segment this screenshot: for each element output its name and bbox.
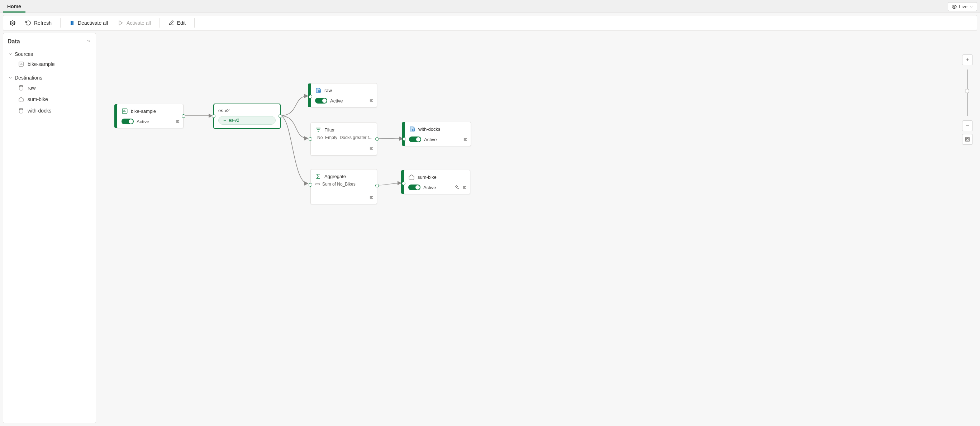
node-aggregate[interactable]: Aggregate Sum of No_Bikes: [310, 169, 377, 204]
toggle-active[interactable]: [408, 184, 420, 190]
list-icon: [369, 195, 374, 200]
edit-icon: [169, 20, 174, 26]
tab-bar: Home Live: [0, 0, 980, 13]
chevron-down-icon: [8, 52, 13, 56]
live-label: Live: [959, 4, 967, 9]
svg-rect-2: [71, 21, 72, 24]
database-icon: [315, 87, 321, 94]
destination-item-raw[interactable]: raw: [17, 82, 91, 94]
svg-marker-4: [119, 21, 122, 25]
chevron-down-icon: [970, 5, 973, 9]
more-menu[interactable]: [462, 185, 467, 191]
destinations-section-header[interactable]: Destinations: [8, 73, 91, 82]
canvas-controls: [962, 54, 973, 148]
minus-icon: [965, 123, 970, 128]
svg-point-0: [953, 6, 955, 8]
lakehouse-icon: [408, 174, 415, 180]
toggle-active[interactable]: [121, 119, 134, 124]
toggle-active[interactable]: [315, 98, 327, 103]
database-icon: [18, 108, 24, 114]
eye-icon: [952, 4, 957, 9]
toolbar: Refresh Deactivate all Activate all Edit: [3, 15, 977, 31]
zoom-out-button[interactable]: [962, 121, 973, 131]
side-panel: Data Sources bike-sample Destinations: [3, 33, 96, 423]
lakehouse-icon: [18, 96, 24, 102]
zoom-slider[interactable]: [967, 70, 968, 116]
destination-item-sum-bike[interactable]: sum-bike: [17, 94, 91, 105]
filter-icon: [315, 127, 321, 133]
pause-icon: [69, 20, 75, 26]
node-sum-bike[interactable]: sum-bike Active: [404, 170, 470, 194]
deactivate-all-button[interactable]: Deactivate all: [65, 18, 111, 28]
node-es-v2[interactable]: es-v2 es-v2: [214, 104, 280, 129]
collapse-panel-button[interactable]: [86, 38, 91, 44]
svg-point-1: [12, 22, 13, 24]
database-icon: [409, 126, 415, 132]
svg-rect-43: [966, 138, 970, 141]
chevron-double-left-icon: [86, 39, 91, 43]
more-menu[interactable]: [369, 146, 374, 152]
play-icon: [118, 20, 124, 26]
destination-item-with-docks[interactable]: with-docks: [17, 105, 91, 116]
list-icon: [175, 119, 180, 124]
fit-icon: [965, 137, 970, 142]
list-icon: [369, 146, 374, 151]
svg-rect-44: [967, 139, 969, 140]
edit-button[interactable]: Edit: [165, 18, 189, 28]
side-panel-title: Data: [8, 38, 91, 45]
more-menu[interactable]: [369, 195, 374, 201]
node-filter[interactable]: Filter No_Empty_Docks greater t...: [310, 122, 377, 156]
canvas[interactable]: bike-sample Active es-v2 es-v2: [99, 33, 977, 423]
activate-all-button[interactable]: Activate all: [115, 18, 154, 28]
source-item-bike-sample[interactable]: bike-sample: [17, 59, 91, 70]
refresh-button[interactable]: Refresh: [22, 18, 55, 28]
fit-view-button[interactable]: [962, 134, 973, 145]
list-icon: [369, 98, 374, 103]
plus-icon: [965, 57, 970, 62]
refresh-icon: [25, 20, 31, 26]
more-menu[interactable]: [369, 98, 374, 104]
svg-point-10: [19, 108, 23, 110]
svg-rect-3: [72, 21, 73, 24]
zoom-in-button[interactable]: [962, 54, 973, 65]
sparkle-icon[interactable]: [454, 185, 459, 191]
live-dropdown[interactable]: Live: [948, 2, 977, 11]
sigma-icon: [315, 173, 321, 180]
field-icon: [315, 182, 320, 187]
more-menu[interactable]: [175, 119, 180, 125]
stream-icon: [222, 118, 226, 122]
list-icon: [463, 137, 468, 142]
toggle-active[interactable]: [409, 137, 421, 142]
bar-chart-icon: [121, 108, 128, 114]
tab-home[interactable]: Home: [3, 1, 25, 13]
node-bike-sample[interactable]: bike-sample Active: [117, 104, 183, 128]
database-icon: [18, 85, 24, 91]
svg-rect-29: [316, 183, 320, 185]
list-icon: [462, 185, 467, 190]
stream-chip[interactable]: es-v2: [218, 116, 276, 125]
chevron-down-icon: [8, 76, 13, 80]
settings-button[interactable]: [6, 18, 19, 28]
svg-point-9: [19, 85, 23, 87]
bar-chart-icon: [18, 61, 24, 67]
gear-icon: [10, 20, 16, 26]
node-with-docks[interactable]: with-docks Active: [404, 122, 471, 146]
sources-section-header[interactable]: Sources: [8, 50, 91, 59]
node-raw[interactable]: raw Active: [310, 83, 377, 108]
more-menu[interactable]: [463, 137, 468, 143]
